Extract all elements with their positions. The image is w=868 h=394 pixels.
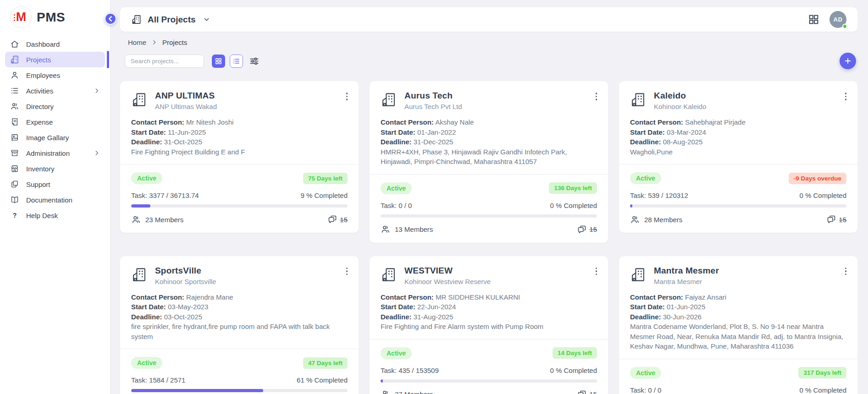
task-count: Task: 539 / 120312 — [630, 192, 688, 199]
sidebar-nav: Dashboard Projects Employees Activities … — [0, 33, 110, 223]
task-count: Task: 0 / 0 — [630, 386, 661, 394]
avatar[interactable]: AD — [829, 11, 846, 28]
chevron-right-icon — [94, 88, 100, 94]
sidebar-item-label: Activities — [26, 87, 53, 95]
filter-button[interactable] — [248, 55, 261, 68]
sidebar: M PMS Dashboard Projects Employees Activ… — [0, 0, 111, 394]
add-project-button[interactable] — [840, 53, 856, 69]
project-card[interactable]: ANP ULTIMAS ANP Ultimas Wakad Contact Pe… — [120, 81, 359, 233]
project-card[interactable]: Aurus Tech Aurus Tech Pvt Ltd Contact Pe… — [370, 81, 608, 243]
deadline-line: Deadline: 03-Oct-2025 — [131, 312, 348, 322]
sidebar-item-label: Administration — [26, 149, 70, 157]
list-view-icon — [232, 57, 240, 65]
start-date-line: Start Date: 01-Jun-2025 — [630, 302, 846, 312]
sidebar-item-activities[interactable]: Activities — [5, 83, 105, 98]
status-badge: Active — [630, 367, 661, 379]
apps-grid-icon[interactable] — [808, 14, 819, 25]
project-description: fire sprinkler, fire hydrant,fire pump r… — [131, 322, 348, 341]
comments-button[interactable]: 15 — [577, 389, 597, 394]
status-badge: Active — [381, 347, 412, 359]
list-icon — [10, 86, 19, 95]
topbar-actions: AD — [808, 11, 846, 28]
project-description: Fire Fighting and Fire Alarm system with… — [381, 322, 597, 332]
start-date-line: Start Date: 01-Jan-2022 — [381, 127, 597, 137]
status-badge: Active — [630, 172, 661, 184]
project-name: Aurus Tech — [404, 91, 462, 101]
app-title: PMS — [37, 10, 65, 25]
sidebar-item-label: Inventory — [26, 165, 55, 173]
sidebar-item-inventory[interactable]: Inventory — [5, 161, 105, 176]
sidebar-item-projects[interactable]: Projects — [5, 52, 105, 67]
members-count[interactable]: 13 Members — [381, 224, 433, 234]
sidebar-item-label: Expense — [26, 118, 53, 126]
comments-button[interactable]: 15 — [577, 224, 597, 235]
days-left-badge: 75 Days left — [303, 173, 348, 184]
breadcrumb-current[interactable]: Projects — [162, 38, 187, 46]
building-icon — [10, 55, 19, 64]
comments-button[interactable]: 15 — [826, 214, 846, 224]
days-left-badge: 47 Days left — [303, 357, 348, 369]
chat-count: 15 — [340, 216, 348, 224]
sidebar-item-administration[interactable]: Administration — [5, 145, 105, 161]
sidebar-item-label: Employees — [26, 71, 60, 79]
card-menu-button[interactable] — [594, 91, 599, 102]
gallery-icon — [10, 133, 19, 142]
project-card[interactable]: Mantra Mesmer Mantra Mesmer Contact Pers… — [619, 256, 857, 394]
project-description: Fire Fighting Project Building E and F — [131, 147, 348, 157]
building-icon — [630, 92, 646, 108]
members-count[interactable]: 28 Members — [630, 215, 682, 224]
progress-bar — [131, 389, 348, 392]
card-menu-button[interactable] — [843, 266, 849, 277]
project-card[interactable]: WESTVIEW Kohinoor Westview Reserve Conta… — [370, 256, 608, 394]
filter-sliders-icon — [249, 56, 260, 66]
search-input[interactable] — [125, 55, 204, 68]
building-icon — [131, 267, 147, 283]
sidebar-item-label: Help Desk — [26, 212, 58, 219]
sidebar-item-image-gallary[interactable]: Image Gallary — [5, 130, 105, 145]
contact-person-line: Contact Person: Faiyaz Ansari — [630, 292, 846, 302]
sidebar-item-label: Documentation — [26, 196, 72, 204]
card-menu-button[interactable] — [594, 266, 599, 277]
project-card[interactable]: SportsVille Kohinoor Sportsville Contact… — [120, 256, 359, 394]
sidebar-item-documentation[interactable]: Documentation — [5, 192, 105, 208]
project-subtitle: Mantra Mesmer — [654, 278, 719, 285]
progress-fill — [131, 204, 150, 208]
home-icon — [10, 39, 19, 49]
project-description: Mantra Codename Wonderland, Plot B, S. N… — [630, 322, 846, 351]
chat-icon — [327, 214, 337, 224]
sidebar-item-label: Dashboard — [26, 40, 60, 48]
projects-grid: ANP ULTIMAS ANP Ultimas Wakad Contact Pe… — [120, 81, 857, 394]
card-menu-button[interactable] — [843, 91, 849, 102]
percent-completed: 9 % Completed — [300, 192, 348, 199]
sidebar-item-directory[interactable]: Directory — [5, 98, 105, 114]
status-badge: Active — [131, 172, 162, 184]
sidebar-item-help-desk[interactable]: ? Help Desk — [5, 208, 105, 223]
project-description: Wagholi,Pune — [630, 147, 846, 157]
progress-bar — [381, 214, 597, 218]
chevron-down-icon[interactable] — [203, 16, 210, 23]
sidebar-item-expense[interactable]: Expense — [5, 114, 105, 130]
breadcrumb-home[interactable]: Home — [128, 38, 146, 46]
members-count[interactable]: 23 Members — [131, 215, 183, 224]
task-count: Task: 435 / 153509 — [381, 367, 439, 374]
members-count[interactable]: 37 Members — [381, 389, 433, 394]
sidebar-item-support[interactable]: Support — [5, 176, 105, 192]
sidebar-item-employees[interactable]: Employees — [5, 67, 105, 83]
list-view-button[interactable] — [230, 55, 243, 68]
grid-view-button[interactable] — [212, 55, 225, 68]
project-subtitle: Kohinoor Kaleido — [654, 103, 706, 110]
project-scope-selector[interactable]: All Projects — [131, 14, 210, 25]
start-date-line: Start Date: 03-Mar-2024 — [630, 127, 846, 137]
project-card[interactable]: Kaleido Kohinoor Kaleido Contact Person:… — [619, 81, 857, 233]
card-menu-button[interactable] — [344, 91, 350, 102]
days-left-badge: 136 Days left — [549, 182, 597, 194]
sidebar-item-dashboard[interactable]: Dashboard — [5, 36, 105, 52]
sidebar-collapse-button[interactable] — [105, 13, 116, 25]
task-count: Task: 0 / 0 — [381, 202, 412, 209]
comments-button[interactable]: 15 — [327, 214, 348, 224]
card-menu-button[interactable] — [344, 266, 350, 277]
members-icon — [381, 389, 390, 394]
percent-completed: 0 % Completed — [550, 367, 597, 374]
project-subtitle: Kohinoor Westview Reserve — [404, 278, 491, 285]
days-left-badge: 14 Days left — [553, 347, 597, 359]
